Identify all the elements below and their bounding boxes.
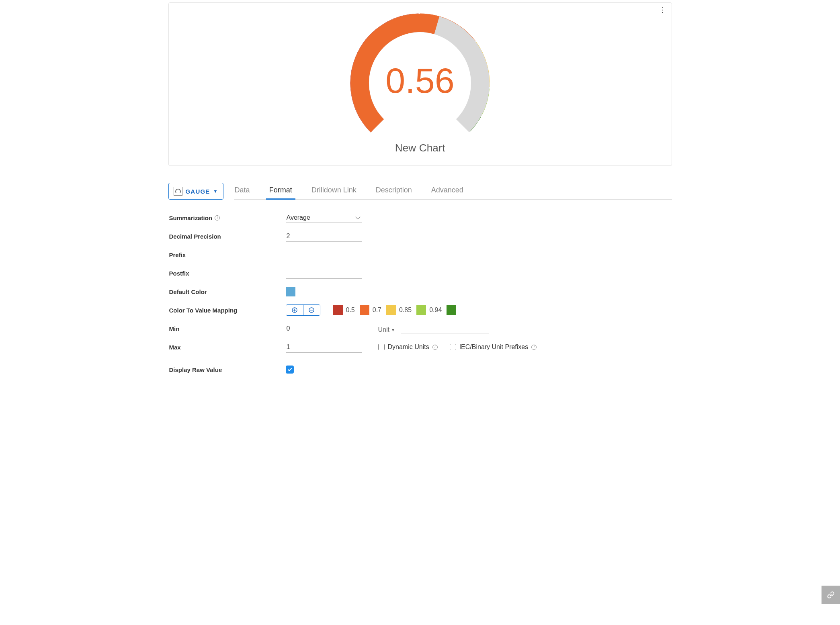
color-to-value-label: Color To Value Mapping [169,307,286,314]
kebab-menu-icon[interactable]: ⋮ [659,6,666,13]
chart-type-label: GAUGE [186,188,210,195]
row-default-color: Default Color [169,282,672,301]
tab-format[interactable]: Format [268,183,293,199]
tab-data[interactable]: Data [234,183,251,199]
default-color-swatch[interactable] [286,287,295,296]
chevron-down-icon: ▼ [213,189,218,194]
ctv-stop[interactable]: 0.85 [386,305,412,315]
row-summarization: Summarization i Average [169,208,672,227]
ctv-value: 0.7 [373,306,381,314]
ctv-add-button[interactable] [286,305,303,315]
color-swatch[interactable] [360,305,369,315]
min-label: Min [169,325,286,332]
ctv-add-remove [286,304,320,316]
prefix-label: Prefix [169,251,286,258]
unit-value-line [401,324,489,333]
display-raw-label: Display Raw Value [169,366,286,373]
chart-title: New Chart [395,142,445,154]
postfix-label: Postfix [169,270,286,277]
color-swatch[interactable] [333,305,343,315]
tab-description[interactable]: Description [375,183,413,199]
row-decimal-precision: Decimal Precision [169,227,672,245]
iec-prefixes-checkbox[interactable]: IEC/Binary Unit Prefixes i [450,343,537,351]
chart-type-dropdown[interactable]: GAUGE ▼ [168,183,223,200]
max-label: Max [169,344,286,351]
ctv-stop[interactable]: 0.5 [333,305,355,315]
row-color-to-value: Color To Value Mapping 0.50.70.850.94 [169,301,672,319]
color-swatch[interactable] [447,305,456,315]
info-icon[interactable]: i [531,345,537,350]
summarization-label: Summarization i [169,214,286,221]
display-raw-checkbox[interactable] [286,366,294,374]
tab-drilldown[interactable]: Drilldown Link [311,183,357,199]
row-display-raw: Display Raw Value [169,360,672,379]
info-icon[interactable]: i [432,345,438,350]
ctv-stop[interactable]: 0.94 [416,305,442,315]
postfix-input[interactable] [286,268,362,279]
gauge-chart: 0.56 [340,9,500,138]
ctv-stop[interactable]: 0.7 [360,305,381,315]
chevron-down-icon: ▼ [391,328,395,332]
info-icon[interactable]: i [215,215,220,221]
ctv-value: 0.85 [399,306,412,314]
color-swatch[interactable] [386,305,396,315]
row-prefix: Prefix [169,245,672,264]
color-swatch[interactable] [416,305,426,315]
tab-advanced[interactable]: Advanced [430,183,464,199]
decimal-precision-input[interactable] [286,231,362,242]
summarization-select[interactable]: Average [286,212,362,223]
gauge-icon [174,187,182,196]
unit-dropdown[interactable]: Unit ▼ [378,326,395,333]
ctv-value: 0.94 [429,306,442,314]
row-postfix: Postfix [169,264,672,282]
ctv-value: 0.5 [346,306,355,314]
ctv-remove-button[interactable] [303,305,320,315]
ctv-stop[interactable] [447,305,456,315]
dynamic-units-checkbox[interactable]: Dynamic Units i [378,343,438,351]
decimal-precision-label: Decimal Precision [169,233,286,240]
max-input[interactable] [286,342,362,353]
gauge-wrap: 0.56 New Chart [169,7,672,154]
format-form: Summarization i Average Decimal Precisio… [168,208,672,379]
controls-row: GAUGE ▼ Data Format Drilldown Link Descr… [168,183,672,200]
row-max: Max Dynamic Units i IEC/Binary Unit Pref… [169,338,672,356]
row-min: Min Unit ▼ [169,319,672,338]
chart-preview-card: ⋮ 0.56 New Chart [168,2,672,166]
min-input[interactable] [286,323,362,334]
ctv-stops: 0.50.70.850.94 [333,305,457,315]
tabs: Data Format Drilldown Link Description A… [234,183,672,200]
gauge-value-text: 0.56 [385,61,454,100]
default-color-label: Default Color [169,288,286,295]
prefix-input[interactable] [286,249,362,260]
